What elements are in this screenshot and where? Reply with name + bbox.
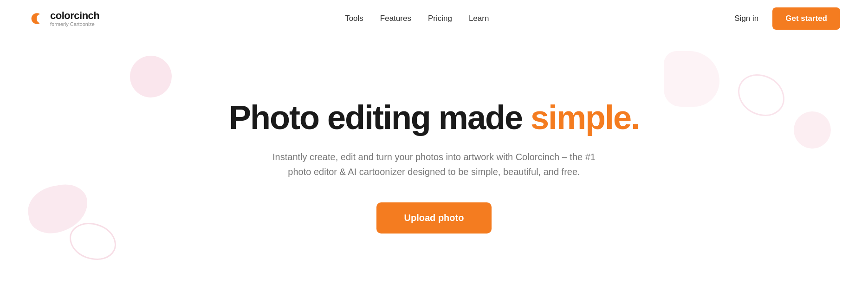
nav-item-learn[interactable]: Learn: [469, 14, 489, 23]
upload-photo-button[interactable]: Upload photo: [376, 202, 492, 234]
nav-item-tools[interactable]: Tools: [345, 14, 363, 23]
navbar: colorcinch formerly Cartoonize Tools Fea…: [0, 0, 868, 37]
hero-title-accent: simple.: [531, 99, 639, 136]
nav-item-pricing[interactable]: Pricing: [428, 14, 452, 23]
blob-3: [70, 223, 116, 260]
logo-sub: formerly Cartoonize: [50, 21, 99, 27]
hero-section: Photo editing made simple. Instantly cre…: [0, 37, 868, 305]
nav-item-features[interactable]: Features: [380, 14, 411, 23]
get-started-button[interactable]: Get started: [772, 7, 840, 30]
hero-subtitle: Instantly create, edit and turn your pho…: [272, 149, 596, 179]
signin-link[interactable]: Sign in: [734, 14, 758, 23]
nav-right: Sign in Get started: [734, 7, 840, 30]
logo-name: colorcinch: [50, 10, 99, 21]
logo[interactable]: colorcinch formerly Cartoonize: [28, 10, 99, 27]
blob-4: [664, 51, 719, 107]
nav-links: Tools Features Pricing Learn: [345, 14, 489, 23]
blob-6: [794, 111, 831, 149]
hero-title-text: Photo editing made: [229, 99, 531, 136]
hero-content: Photo editing made simple. Instantly cre…: [229, 99, 639, 233]
logo-icon: [28, 10, 45, 27]
hero-title: Photo editing made simple.: [229, 99, 639, 136]
blob-1: [130, 56, 172, 97]
blob-5: [738, 74, 784, 116]
